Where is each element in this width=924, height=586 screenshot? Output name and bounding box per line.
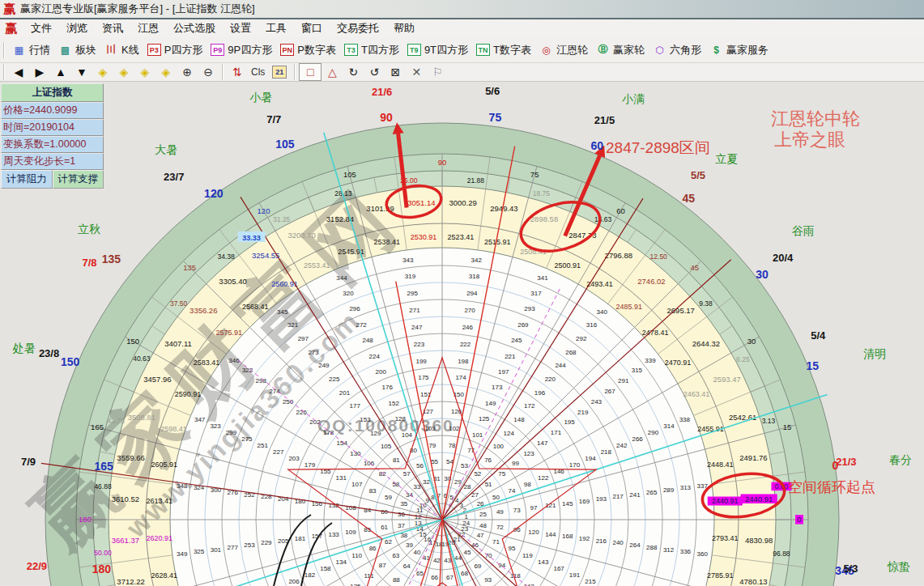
tool-cursor-down[interactable]: ▼: [71, 64, 92, 80]
svg-text:93: 93: [484, 576, 492, 584]
tool-box-x[interactable]: ⊠: [385, 64, 406, 80]
svg-text:2500.91: 2500.91: [555, 261, 581, 270]
tool-nav-left[interactable]: ◀: [8, 64, 29, 80]
calc-support-button[interactable]: 计算支撑: [53, 170, 104, 189]
calc-resistance-button[interactable]: 计算阻力: [1, 170, 53, 189]
menu-item-文件[interactable]: 文件: [23, 19, 59, 37]
svg-text:253: 253: [244, 541, 255, 549]
tool-pan-up[interactable]: ◈: [134, 64, 155, 80]
title-bar[interactable]: 赢 赢家江恩专业版[赢家服务平台] - [上证指数 江恩轮]: [0, 0, 924, 19]
tool-draw-triangle[interactable]: △: [321, 64, 343, 80]
svg-text:338: 338: [679, 416, 691, 423]
svg-text:2898.58: 2898.58: [530, 214, 558, 223]
svg-text:249: 249: [318, 362, 330, 369]
svg-text:251: 251: [258, 442, 269, 449]
menu-item-资讯[interactable]: 资讯: [95, 19, 130, 37]
menu-item-交易委托[interactable]: 交易委托: [330, 19, 386, 37]
svg-text:6.25: 6.25: [736, 355, 750, 363]
svg-text:292: 292: [576, 335, 587, 342]
toolbar-button-winner-service[interactable]: $赢家服务: [705, 41, 773, 59]
menu-item-江恩[interactable]: 江恩: [130, 19, 166, 37]
toolbar-button-quotes[interactable]: ▦行情: [8, 41, 54, 59]
svg-text:197: 197: [498, 368, 509, 376]
svg-text:76: 76: [484, 456, 492, 464]
svg-text:2644.32: 2644.32: [692, 339, 720, 348]
svg-text:84: 84: [364, 507, 371, 514]
degree-label: 180: [92, 563, 112, 575]
menu-item-工具[interactable]: 工具: [258, 19, 294, 37]
toolbar-separator: [3, 42, 5, 58]
svg-text:135: 135: [350, 583, 361, 586]
svg-text:2583.41: 2583.41: [194, 359, 220, 367]
tool-collapse-arrows[interactable]: ✕: [406, 64, 427, 80]
toolbar-button-p-square[interactable]: P3P四方形: [143, 41, 207, 59]
svg-text:120: 120: [528, 529, 539, 536]
svg-text:172: 172: [524, 402, 535, 410]
svg-text:73: 73: [513, 507, 521, 514]
menu-item-浏览[interactable]: 浏览: [59, 19, 95, 37]
svg-text:319: 319: [405, 273, 416, 280]
tool-draw-square[interactable]: □: [299, 63, 321, 81]
svg-text:201: 201: [339, 389, 351, 397]
toolbar-button-9p-square[interactable]: P99P四方形: [207, 41, 276, 59]
tool-flag[interactable]: ⚐: [427, 64, 448, 80]
svg-text:321: 321: [287, 321, 299, 329]
toolbar-button-t-table[interactable]: TNT数字表: [472, 41, 535, 59]
menu-item-公式选股[interactable]: 公式选股: [166, 19, 223, 37]
svg-text:222: 222: [460, 341, 471, 348]
toolbar-button-hexagon[interactable]: ⬡六角形: [649, 41, 705, 59]
tool-pan-right[interactable]: ◈: [113, 64, 134, 80]
tool-pan-left[interactable]: ◈: [92, 64, 113, 80]
svg-text:75: 75: [498, 470, 505, 478]
svg-text:2530.91: 2530.91: [411, 233, 437, 241]
svg-text:25: 25: [479, 511, 487, 518]
toolbar-button-p-table[interactable]: PNP数字表: [276, 41, 340, 59]
svg-text:342: 342: [471, 257, 483, 264]
svg-text:2949.43: 2949.43: [490, 204, 517, 213]
tool-calendar[interactable]: 21: [272, 66, 287, 79]
9p-square-label: 9P四方形: [228, 43, 272, 57]
svg-text:242: 242: [616, 442, 628, 449]
degree-label: 75: [489, 111, 502, 124]
date-label: 7/7: [266, 113, 281, 125]
p-square-icon: P3: [147, 44, 161, 56]
svg-text:2605.91: 2605.91: [151, 461, 177, 469]
svg-text:2515.91: 2515.91: [484, 238, 511, 246]
svg-text:325: 325: [194, 548, 205, 555]
menu-item-窗口[interactable]: 窗口: [294, 19, 330, 37]
gann-wheel-canvas[interactable]: 赢家财富网www.yingjia360.comQQ:10080036012345…: [0, 82, 924, 586]
panel-row-2: 变换系数=1.00000: [1, 136, 104, 153]
svg-text:277: 277: [228, 544, 239, 551]
svg-text:148: 148: [513, 416, 525, 423]
toolbar-button-gann-wheel[interactable]: ◎江恩轮: [535, 41, 592, 59]
svg-text:2491.76: 2491.76: [739, 453, 767, 462]
svg-text:2620.91: 2620.91: [146, 534, 172, 542]
svg-text:269: 269: [517, 321, 529, 329]
svg-text:15.63: 15.63: [594, 215, 612, 223]
svg-text:170: 170: [569, 461, 581, 469]
toolbar-button-sectors[interactable]: ▩板块: [54, 41, 100, 59]
tool-cls-button[interactable]: Cls: [248, 64, 268, 80]
menu-item-设置[interactable]: 设置: [223, 19, 258, 37]
menu-item-帮助[interactable]: 帮助: [386, 19, 422, 37]
toolbar-button-kline[interactable]: 〣K线: [100, 41, 143, 59]
tool-rotate-cw[interactable]: ↻: [343, 64, 364, 80]
svg-text:18.75: 18.75: [533, 189, 551, 197]
gann-wheel-chart[interactable]: 赢家财富网www.yingjia360.comQQ:10080036012345…: [0, 82, 924, 586]
svg-text:268: 268: [565, 349, 577, 356]
tool-nav-right[interactable]: ▶: [29, 64, 50, 80]
tool-pan-down[interactable]: ◈: [155, 64, 177, 80]
tool-zoom-in[interactable]: ⊕: [177, 64, 198, 80]
svg-text:64: 64: [403, 563, 411, 570]
svg-text:312: 312: [663, 546, 675, 554]
tool-rotate-ccw[interactable]: ↺: [364, 64, 385, 80]
toolbar-button-9t-square[interactable]: T99T四方形: [403, 41, 472, 59]
svg-text:119: 119: [522, 552, 533, 559]
toolbar-button-winner-wheel[interactable]: Ⓑ赢家轮: [592, 41, 649, 59]
svg-text:85: 85: [364, 526, 371, 533]
tool-updown-arrows[interactable]: ⇅: [227, 64, 248, 80]
toolbar-button-t-square[interactable]: T3T四方形: [340, 41, 403, 59]
tool-cursor-up[interactable]: ▲: [50, 64, 71, 80]
toolbar-separator: [294, 64, 296, 80]
tool-zoom-out[interactable]: ⊖: [198, 64, 219, 80]
